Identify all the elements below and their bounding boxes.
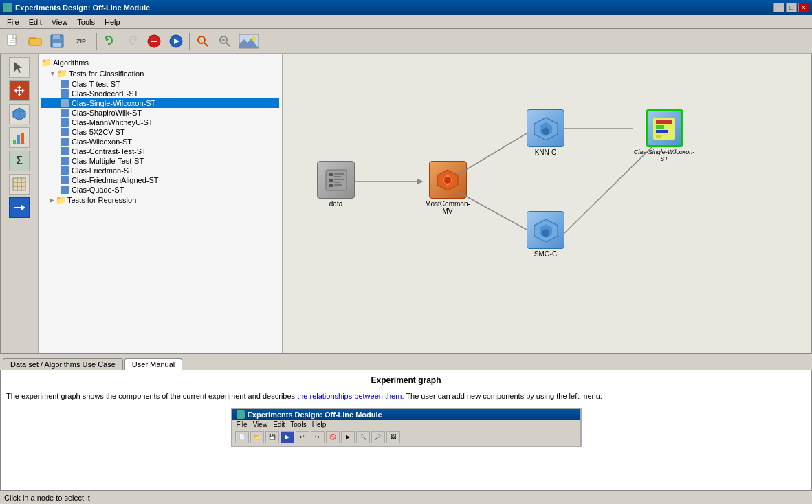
bottom-tabs: Data set / Algorithms Use Case User Manu… xyxy=(0,353,812,370)
ss-tool-search: 🔍 xyxy=(356,431,370,443)
run-button[interactable] xyxy=(166,32,186,51)
svg-rect-43 xyxy=(329,184,333,187)
list-item[interactable]: Clas-ShapiroWilk-ST xyxy=(41,108,279,118)
minimize-button[interactable]: ─ xyxy=(773,3,784,12)
svg-rect-0 xyxy=(8,34,16,45)
item-icon xyxy=(61,118,69,127)
menu-edit[interactable]: Edit xyxy=(25,17,46,27)
svg-rect-40 xyxy=(329,179,333,182)
item-icon xyxy=(61,147,69,155)
svg-rect-7 xyxy=(53,43,61,47)
image-button[interactable] xyxy=(237,32,261,51)
close-button[interactable]: ✕ xyxy=(798,3,809,12)
sigma-icon[interactable]: Σ xyxy=(9,151,30,171)
item-icon xyxy=(61,157,69,165)
tree-panel[interactable]: 📁 Algorithms ▼ 📁 Tests for Classificatio… xyxy=(39,54,283,353)
tab-dataset-algorithms[interactable]: Data set / Algorithms Use Case xyxy=(3,358,123,370)
tree-root-label: Algorithms xyxy=(53,58,89,67)
smo-node-label: SMO-C xyxy=(534,250,557,258)
arrow-icon[interactable] xyxy=(9,197,30,218)
item-icon xyxy=(61,186,69,194)
ss-tool-open: 📂 xyxy=(250,431,264,443)
screenshot-toolbar: 📄 📂 💾 ▶ ↩ ↪ 🚫 ▶ 🔍 🔎 🖼 xyxy=(232,429,580,446)
ss-menu-edit: Edit xyxy=(273,421,285,428)
menu-help[interactable]: Help xyxy=(100,17,124,27)
ss-menu-file: File xyxy=(237,421,248,428)
folder-icon: 📁 xyxy=(41,58,52,67)
item-icon xyxy=(61,138,69,146)
list-item[interactable]: Clas-MannWhitneyU-ST xyxy=(41,118,279,127)
wilcoxon-node-icon xyxy=(646,109,683,147)
stop-button[interactable] xyxy=(144,32,164,51)
list-item[interactable]: Clas-SnedecorF-ST xyxy=(41,89,279,98)
list-item[interactable]: Clas-5X2CV-ST xyxy=(41,127,279,137)
svg-rect-44 xyxy=(334,184,342,186)
tree-item-clas-single-wilcoxon[interactable]: Clas-Single-Wilcoxon-ST xyxy=(41,98,279,108)
ss-tool-redo: ↪ xyxy=(311,431,325,443)
bottom-panel: Experiment graph The experiment graph sh… xyxy=(0,370,812,490)
list-item[interactable]: Clas-Quade-ST xyxy=(41,185,279,195)
menu-bar: File Edit View Tools Help xyxy=(0,15,812,29)
item-icon xyxy=(61,128,69,136)
menu-file[interactable]: File xyxy=(3,17,23,27)
3d-cube-icon[interactable] xyxy=(9,104,30,124)
left-panel: Σ xyxy=(1,54,39,353)
canvas-node-mostcommon[interactable]: MostCommon-MV xyxy=(420,161,475,215)
svg-marker-35 xyxy=(14,205,25,210)
zip-button[interactable]: ZIP xyxy=(69,32,94,51)
bottom-panel-title: Experiment graph xyxy=(6,375,806,385)
open-button[interactable] xyxy=(25,32,45,51)
canvas-area[interactable]: data MostCommon-MV KNN-C xyxy=(283,54,811,353)
ss-menu-help: Help xyxy=(312,421,327,428)
new-button[interactable] xyxy=(3,32,23,51)
canvas-node-knn[interactable]: KNN-C xyxy=(527,109,564,156)
mostcommon-node-label: MostCommon-MV xyxy=(420,200,475,215)
search-button[interactable] xyxy=(193,32,213,51)
tree-folder-regression[interactable]: ▶ 📁 Tests for Regression xyxy=(41,195,279,206)
folder-icon: 📁 xyxy=(57,69,67,78)
svg-rect-42 xyxy=(334,182,340,183)
ss-menu-tools: Tools xyxy=(290,421,306,428)
list-item[interactable]: Clas-Contrast-Test-ST xyxy=(41,146,279,156)
tree-item-label: Clas-Multiple-Test-ST xyxy=(72,157,144,165)
list-item[interactable]: Clas-Friedman-ST xyxy=(41,166,279,175)
menu-tools[interactable]: Tools xyxy=(73,17,99,27)
canvas-node-smo[interactable]: SMO-C xyxy=(527,211,564,258)
tree-item-label: Clas-Single-Wilcoxon-ST xyxy=(72,99,155,107)
canvas-node-data[interactable]: data xyxy=(317,161,355,208)
ss-tool-stop: 🚫 xyxy=(326,431,340,443)
menu-view[interactable]: View xyxy=(47,17,72,27)
svg-rect-39 xyxy=(334,176,341,177)
move-icon[interactable] xyxy=(9,80,30,101)
chart-icon[interactable] xyxy=(9,127,30,148)
svg-rect-52 xyxy=(656,120,672,124)
zoom-button[interactable] xyxy=(215,32,235,51)
tree-folder-classification[interactable]: ▼ 📁 Tests for Classification xyxy=(41,68,279,79)
screenshot-menu-bar: File View Edit Tools Help xyxy=(232,420,580,429)
wilcoxon-node-label: Clas-Single-Wilcoxon-ST xyxy=(633,149,695,162)
cursor-icon[interactable] xyxy=(9,57,30,78)
canvas-node-wilcoxon[interactable]: Clas-Single-Wilcoxon-ST xyxy=(633,109,695,162)
tab-user-manual[interactable]: User Manual xyxy=(124,358,182,370)
maximize-button[interactable]: □ xyxy=(786,3,797,12)
status-bar: Click in a node to select it xyxy=(0,490,812,504)
list-item[interactable]: Clas-FriedmanAligned-ST xyxy=(41,175,279,185)
item-icon xyxy=(61,176,69,184)
knn-node-label: KNN-C xyxy=(535,149,557,156)
save-button[interactable] xyxy=(47,32,67,51)
undo-button[interactable] xyxy=(100,32,120,51)
svg-line-15 xyxy=(204,43,208,46)
list-item[interactable]: Clas-Multiple-Test-ST xyxy=(41,156,279,166)
connection-lines xyxy=(283,54,811,353)
list-item[interactable]: Clas-T-test-ST xyxy=(41,79,279,89)
tree-item-label: Clas-Contrast-Test-ST xyxy=(72,147,146,155)
table-icon[interactable] xyxy=(9,174,30,195)
list-item[interactable]: Clas-Wilcoxon-ST xyxy=(41,137,279,146)
redo-button[interactable] xyxy=(122,32,142,51)
tree-item-label: Clas-T-test-ST xyxy=(72,80,120,88)
tree-root-algorithms[interactable]: 📁 Algorithms xyxy=(41,57,279,68)
ss-menu-view: View xyxy=(253,421,268,428)
screenshot-title-bar: Experiments Design: Off-Line Module xyxy=(232,409,580,420)
svg-rect-41 xyxy=(334,179,344,180)
item-icon xyxy=(61,89,69,98)
